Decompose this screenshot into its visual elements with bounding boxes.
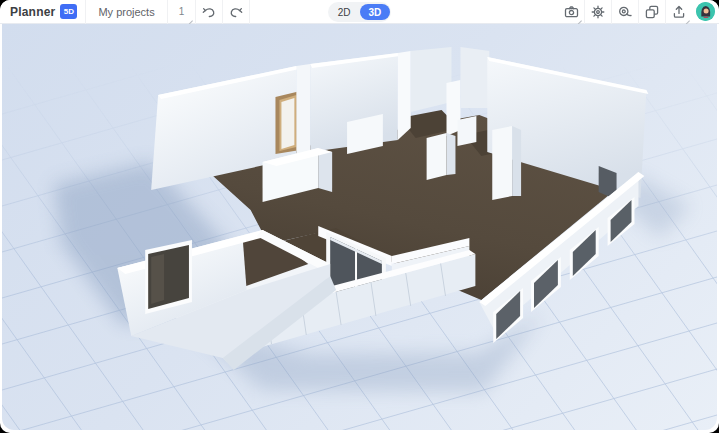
toolbar-right — [558, 0, 719, 24]
my-projects-label: My projects — [98, 6, 154, 18]
left-window — [145, 240, 192, 314]
project-name-value: 1 — [179, 6, 185, 17]
user-avatar[interactable] — [696, 2, 715, 21]
separator — [249, 0, 250, 24]
share-button[interactable] — [666, 0, 692, 24]
settings-button[interactable] — [585, 0, 611, 24]
floorplan-3d-model[interactable] — [117, 47, 648, 370]
camera-icon — [563, 4, 580, 20]
redo-icon — [228, 4, 244, 20]
left-wing — [117, 230, 336, 370]
toggle-3d-button[interactable]: 3D — [360, 4, 391, 20]
share-upload-icon — [671, 4, 687, 20]
3d-viewport[interactable] — [2, 24, 717, 430]
project-name-field[interactable]: 1 — [168, 0, 196, 24]
3d-scene — [2, 24, 717, 430]
resize-corner-icon — [711, 20, 715, 21]
duplicate-button[interactable] — [639, 0, 665, 24]
measure-button[interactable] — [612, 0, 638, 24]
brand-name: Planner — [10, 5, 55, 19]
redo-button[interactable] — [223, 0, 249, 24]
brand[interactable]: Planner 5D — [0, 4, 85, 19]
settings-gear-icon — [590, 4, 606, 20]
measure-tape-icon — [617, 4, 633, 20]
planner5d-logo: 5D — [60, 4, 77, 19]
undo-button[interactable] — [196, 0, 222, 24]
copy-icon — [644, 4, 660, 20]
toolbar: Planner 5D My projects 1 — [0, 0, 719, 24]
toggle-2d-button[interactable]: 2D — [329, 4, 360, 20]
app-window: Planner 5D My projects 1 — [0, 0, 719, 433]
my-projects-button[interactable]: My projects — [86, 0, 166, 24]
snapshot-button[interactable] — [558, 0, 584, 24]
undo-icon — [201, 4, 217, 20]
avatar-person-icon — [696, 2, 715, 21]
view-mode-toggle: 2D 3D — [328, 2, 392, 22]
